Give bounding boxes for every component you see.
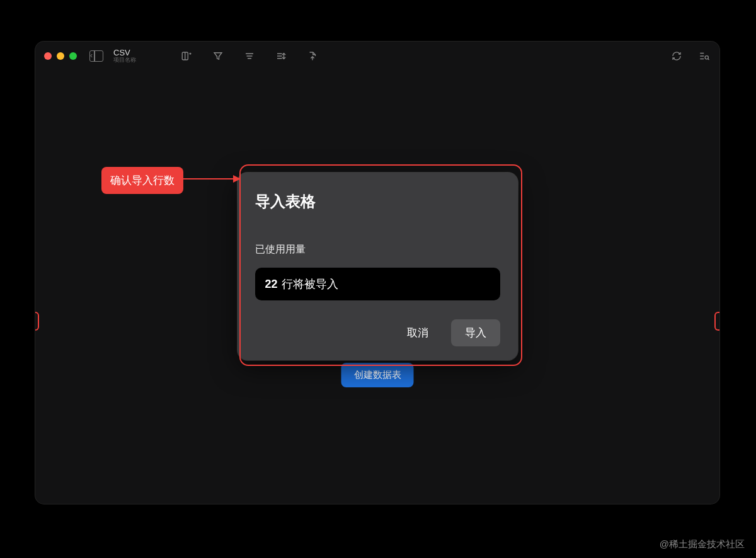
dialog-actions: 取消 导入 (255, 319, 500, 346)
annotation-edge-right (714, 312, 719, 331)
modal-overlay: 导入表格 已使用用量 22行将被导入 取消 导入 (35, 42, 719, 504)
cancel-button[interactable]: 取消 (393, 319, 442, 346)
usage-label: 已使用用量 (255, 243, 500, 256)
dialog-title: 导入表格 (255, 191, 500, 212)
annotation-edge-left (35, 312, 39, 331)
annotation-arrow-icon (179, 178, 239, 179)
row-count-display: 22行将被导入 (255, 268, 500, 300)
annotation-callout: 确认导入行数 (101, 167, 183, 194)
app-window: CSV 项目名称 (35, 42, 719, 504)
row-count-suffix: 行将被导入 (282, 278, 338, 290)
import-dialog: 导入表格 已使用用量 22行将被导入 取消 导入 (238, 173, 518, 360)
import-button[interactable]: 导入 (451, 319, 500, 346)
row-count-number: 22 (265, 278, 278, 290)
watermark-text: @稀土掘金技术社区 (660, 538, 745, 550)
